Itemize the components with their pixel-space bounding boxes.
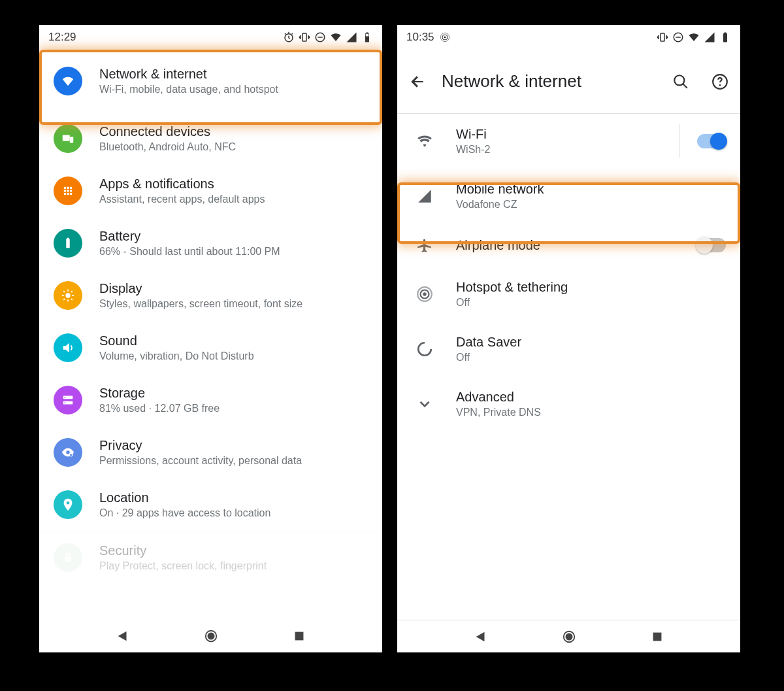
airplane-icon xyxy=(412,237,438,254)
airplane-toggle[interactable] xyxy=(697,238,726,252)
row-connected-devices[interactable]: Connected devices Bluetooth, Android Aut… xyxy=(39,112,382,165)
data-saver-icon xyxy=(412,341,438,358)
svg-rect-1 xyxy=(302,33,306,41)
svg-point-9 xyxy=(67,187,69,190)
sound-icon xyxy=(54,333,82,362)
svg-point-19 xyxy=(65,293,70,297)
phone-settings: 12:29 Network & internet Wi-Fi, mobile, … xyxy=(39,25,382,652)
row-hotspot[interactable]: Hotspot & tethering Off xyxy=(397,267,740,322)
row-battery[interactable]: Battery 66% - Should last until about 11… xyxy=(39,217,382,269)
signal-icon xyxy=(704,31,715,43)
security-icon xyxy=(54,543,82,572)
svg-rect-26 xyxy=(70,454,72,456)
network-list[interactable]: Wi-Fi WiSh-2 Mobile network Vodafone CZ … xyxy=(397,114,740,620)
battery-icon xyxy=(719,31,731,43)
search-icon[interactable] xyxy=(672,73,689,90)
row-sub: 66% - Should last until about 11:00 PM xyxy=(99,246,368,258)
row-title: Airplane mode xyxy=(456,238,679,253)
row-title: Apps & notifications xyxy=(99,177,368,192)
row-data-saver[interactable]: Data Saver Off xyxy=(397,322,740,377)
row-title: Data Saver xyxy=(456,335,726,350)
svg-point-16 xyxy=(70,193,73,195)
svg-rect-35 xyxy=(661,33,664,41)
app-bar: Network & internet xyxy=(397,50,740,114)
row-sub: Styles, wallpapers, screen timeout, font… xyxy=(99,298,368,310)
nav-recent-icon[interactable] xyxy=(292,629,306,643)
row-sub: Off xyxy=(456,297,726,309)
signal-icon xyxy=(346,31,357,43)
row-mobile-network[interactable]: Mobile network Vodafone CZ xyxy=(397,169,740,224)
wifi-toggle[interactable] xyxy=(697,134,726,148)
battery-icon xyxy=(361,31,373,43)
nav-back-icon[interactable] xyxy=(116,629,130,643)
svg-point-23 xyxy=(65,402,66,403)
row-title: Storage xyxy=(99,386,368,401)
row-airplane-mode[interactable]: Airplane mode xyxy=(397,224,740,267)
hotspot-icon xyxy=(412,286,438,303)
row-sub: Wi-Fi, mobile, data usage, and hotspot xyxy=(99,84,368,95)
nav-home-icon[interactable] xyxy=(562,630,576,644)
row-wifi[interactable]: Wi-Fi WiSh-2 xyxy=(397,114,740,169)
row-sub: Off xyxy=(456,352,726,363)
settings-list[interactable]: Network & internet Wi-Fi, mobile, data u… xyxy=(39,50,382,620)
divider xyxy=(679,124,680,158)
svg-point-42 xyxy=(423,292,426,295)
row-sub: Assistant, recent apps, default apps xyxy=(99,194,368,205)
row-title: Battery xyxy=(99,229,368,244)
row-title: Hotspot & tethering xyxy=(456,280,726,295)
row-sub: Volume, vibration, Do Not Disturb xyxy=(99,350,368,362)
signal-icon xyxy=(412,188,438,205)
row-sub: Play Protect, screen lock, fingerprint xyxy=(99,560,368,572)
row-title: Wi-Fi xyxy=(456,127,679,142)
svg-point-32 xyxy=(444,37,446,39)
status-icons xyxy=(657,31,731,43)
row-storage[interactable]: Storage 81% used · 12.07 GB free xyxy=(39,374,382,426)
svg-point-39 xyxy=(674,75,684,85)
location-icon xyxy=(54,490,82,519)
nav-recent-icon[interactable] xyxy=(650,630,664,644)
nav-bar xyxy=(397,620,740,652)
row-apps[interactable]: Apps & notifications Assistant, recent a… xyxy=(39,165,382,217)
dnd-icon xyxy=(314,31,326,43)
row-security[interactable]: Security Play Protect, screen lock, fing… xyxy=(39,531,382,584)
svg-rect-48 xyxy=(653,632,661,641)
svg-rect-28 xyxy=(65,557,71,562)
svg-rect-38 xyxy=(725,33,727,34)
row-display[interactable]: Display Styles, wallpapers, screen timeo… xyxy=(39,269,382,322)
row-privacy[interactable]: Privacy Permissions, account activity, p… xyxy=(39,426,382,479)
row-title: Sound xyxy=(99,333,368,348)
help-icon[interactable] xyxy=(711,73,728,90)
status-time: 10:35 xyxy=(406,31,434,44)
svg-point-22 xyxy=(65,397,66,398)
status-bar: 10:35 xyxy=(397,25,740,50)
back-arrow-icon[interactable] xyxy=(409,73,426,90)
row-sub: 81% used · 12.07 GB free xyxy=(99,403,368,414)
row-title: Network & internet xyxy=(99,67,368,82)
svg-rect-6 xyxy=(63,135,70,141)
status-time: 12:29 xyxy=(48,31,76,44)
row-sound[interactable]: Sound Volume, vibration, Do Not Disturb xyxy=(39,322,382,374)
svg-point-24 xyxy=(66,450,70,454)
row-sub: Vodafone CZ xyxy=(456,199,726,211)
row-location[interactable]: Location On · 29 apps have access to loc… xyxy=(39,479,382,531)
alarm-icon xyxy=(283,31,295,43)
row-sub: Permissions, account activity, personal … xyxy=(99,455,368,467)
privacy-icon xyxy=(54,438,82,467)
svg-point-12 xyxy=(67,190,69,192)
hotspot-indicator-icon xyxy=(440,32,450,42)
svg-point-8 xyxy=(64,187,67,190)
phone-network-internet: 10:35 Network & internet Wi-Fi WiSh-2 xyxy=(397,25,740,652)
battery-icon xyxy=(54,229,82,258)
row-advanced[interactable]: Advanced VPN, Private DNS xyxy=(397,377,740,431)
row-network-internet[interactable]: Network & internet Wi-Fi, mobile, data u… xyxy=(39,50,382,112)
row-title: Connected devices xyxy=(99,124,368,139)
storage-icon xyxy=(54,386,82,414)
row-title: Security xyxy=(99,543,368,558)
row-sub: On · 29 apps have access to location xyxy=(99,507,368,519)
nav-back-icon[interactable] xyxy=(474,630,488,644)
row-title: Display xyxy=(99,281,368,296)
svg-rect-37 xyxy=(723,33,727,42)
nav-home-icon[interactable] xyxy=(204,629,218,643)
wifi-icon xyxy=(688,31,700,43)
page-title: Network & internet xyxy=(442,71,657,92)
